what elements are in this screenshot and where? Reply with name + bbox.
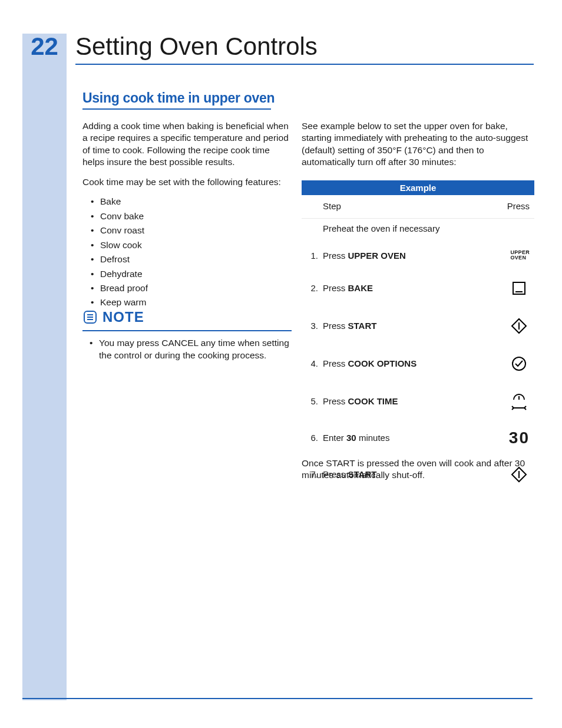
table-row: Preheat the oven if necessary [302,219,534,242]
step-number: 3. [306,321,323,331]
step-text: Press COOK OPTIONS [323,358,494,368]
page-side-bar [22,34,67,700]
step-text: Press COOK TIME [323,396,494,406]
list-item: Bake [91,196,292,207]
features-list: Bake Conv bake Conv roast Slow cook Defr… [91,196,292,309]
bake-icon [508,278,530,299]
list-item: Slow cook [91,239,292,251]
note-rule [82,330,292,331]
thirty-display: 30 [509,429,530,447]
list-item: Bread proof [91,282,292,294]
note-box: NOTE You may press CANCEL any time when … [82,308,292,364]
cook-options-icon [508,353,530,374]
intro-paragraph-2: Cook time may be set with the following … [82,176,292,188]
table-row: 2. Press BAKE [302,269,534,307]
step-number: 6. [306,433,323,443]
closing-paragraph: Once START is pressed the oven will cook… [302,457,534,482]
section-heading-rule [82,108,271,110]
intro-paragraph-1: Adding a cook time when baking is benefi… [82,120,292,169]
step-number: 5. [306,396,323,406]
table-header: Example [302,180,534,195]
step-number: 2. [306,283,323,293]
table-columns-row: Step Press [302,195,534,219]
step-text: Press UPPER OVEN [323,251,494,261]
cook-time-icon [508,391,530,412]
list-item: Dehydrate [91,268,292,280]
example-table: Example Step Press Preheat the oven if n… [302,180,534,493]
list-item: Keep warm [91,297,292,308]
page-title: Setting Oven Controls [75,32,318,61]
list-item: Conv bake [91,210,292,222]
title-rule [75,64,534,65]
start-icon [508,315,530,337]
col-step-label: Step [323,201,494,211]
note-title: NOTE [103,309,144,325]
table-row: 6. Enter 30 minutes 30 [302,420,534,456]
section-heading: Using cook time in upper oven [82,90,275,106]
note-icon [82,309,98,325]
step-text: Enter 30 minutes [323,433,494,443]
table-row: 1. Press UPPER OVEN UPPER OVEN [302,242,534,269]
list-item: Defrost [91,253,292,265]
table-row: 4. Press COOK OPTIONS [302,345,534,383]
note-item: You may press CANCEL any time when setti… [82,337,292,362]
step-text: Press START [323,321,494,331]
step-number: 1. [306,251,323,261]
right-intro: See example below to set the upper oven … [302,120,534,169]
table-row: 3. Press START [302,307,534,345]
step-text: Press BAKE [323,283,494,293]
upper-oven-icon: UPPER OVEN [510,250,530,261]
bottom-rule [22,698,533,699]
list-item: Conv roast [91,225,292,236]
svg-point-8 [513,357,525,370]
preheat-text: Preheat the oven if necessary [323,223,494,233]
col-press-label: Press [494,201,530,211]
step-number: 4. [306,358,323,368]
table-row: 5. Press COOK TIME [302,383,534,420]
page-number: 22 [22,32,67,61]
